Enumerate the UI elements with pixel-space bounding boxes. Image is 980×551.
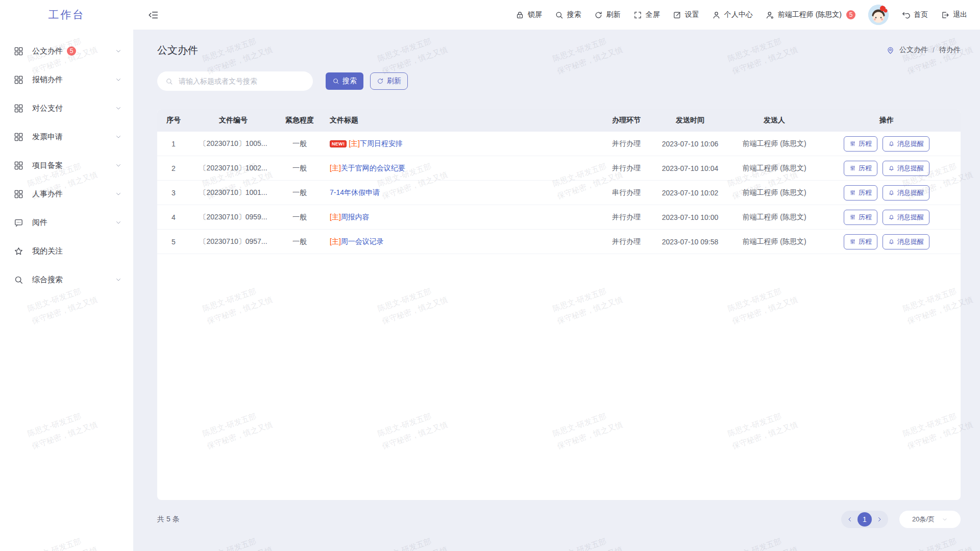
topbar: 锁屏搜索刷新全屏设置个人中心前端工程师 (陈思文)5首页退出	[133, 0, 980, 30]
edit-square-icon	[673, 11, 681, 19]
sidebar-item-gongwen-banjian[interactable]: 公文办件5	[0, 37, 133, 65]
cell-sent-time: 2023-07-10 09:58	[659, 238, 721, 246]
table-footer: 共 5 条 1 20条/页	[157, 510, 961, 529]
chevron-down-icon	[942, 516, 948, 522]
document-title-link[interactable]: 7-14年休假申请	[330, 188, 380, 197]
fullscreen-icon	[633, 11, 642, 19]
cell-urgency: 一般	[277, 139, 323, 148]
topbar-settings[interactable]: 设置	[673, 10, 699, 19]
chevron-down-icon	[115, 105, 122, 112]
topbar-lock-screen[interactable]: 锁屏	[516, 10, 542, 19]
topbar-profile[interactable]: 个人中心	[712, 10, 753, 19]
cell-urgency: 一般	[277, 188, 323, 197]
document-title-link[interactable]: 周一会议记录	[341, 237, 384, 246]
document-title-link[interactable]: 关于官网的会议纪要	[341, 164, 405, 173]
grid-icon	[14, 46, 23, 56]
cell-doc-no: 〔20230710〕1005...	[190, 139, 277, 148]
row-action-label: 消息提醒	[897, 164, 924, 173]
sidebar-item-xiangmu-beian[interactable]: 项目备案	[0, 151, 133, 180]
sidebar-item-label: 综合搜索	[32, 275, 63, 285]
search-box	[157, 71, 313, 91]
table-row: 4〔20230710〕0959...一般[主]周报内容并行办理2023-07-1…	[157, 205, 961, 230]
column-header-3: 文件标题	[323, 116, 593, 125]
cell-urgency: 一般	[277, 237, 323, 246]
row-action-history-button[interactable]: 历程	[844, 136, 877, 152]
refresh-button[interactable]: 刷新	[370, 72, 408, 90]
cell-step: 并行办理	[593, 213, 659, 222]
page-size-select[interactable]: 20条/页	[899, 511, 961, 528]
search-button[interactable]: 搜索	[326, 72, 363, 90]
row-action-label: 历程	[859, 213, 872, 222]
row-action-notify-button[interactable]: 消息提醒	[883, 234, 929, 249]
bell-icon	[888, 238, 895, 245]
topbar-settings-label: 设置	[685, 10, 699, 19]
row-action-label: 历程	[859, 237, 872, 246]
chevron-down-icon	[115, 47, 122, 55]
document-title-link[interactable]: 下周日程安排	[360, 139, 403, 148]
refresh-icon	[594, 11, 603, 19]
sidebar-item-duigong-zhifu[interactable]: 对公支付	[0, 94, 133, 122]
refresh-button-label: 刷新	[387, 77, 401, 86]
user-avatar[interactable]	[868, 5, 889, 25]
column-header-0: 序号	[157, 116, 190, 125]
topbar-current-user-label: 前端工程师 (陈思文)	[778, 10, 842, 19]
sidebar-item-yuejian[interactable]: 阅件	[0, 208, 133, 237]
row-action-history-button[interactable]: 历程	[844, 161, 877, 176]
search-icon	[555, 11, 564, 19]
row-action-history-button[interactable]: 历程	[844, 234, 877, 249]
topbar-fullscreen[interactable]: 全屏	[633, 10, 660, 19]
search-icon	[332, 78, 339, 85]
grid-icon	[14, 46, 23, 56]
table-row: 1〔20230710〕1005...一般NEW![主]下周日程安排并行办理202…	[157, 132, 961, 156]
chevron-down-icon	[115, 219, 122, 226]
breadcrumb-item-root[interactable]: 公文办件	[899, 45, 928, 55]
topbar-logout[interactable]: 退出	[941, 10, 967, 19]
topbar-search[interactable]: 搜索	[555, 10, 581, 19]
column-header-2: 紧急程度	[277, 116, 323, 125]
prev-page-button[interactable]	[844, 513, 856, 525]
row-action-notify-button[interactable]: 消息提醒	[883, 185, 929, 201]
column-header-1: 文件编号	[190, 116, 277, 125]
sidebar-item-fapiao-shenqing[interactable]: 发票申请	[0, 122, 133, 151]
location-pin-icon	[886, 46, 895, 55]
chevron-down-icon	[115, 276, 122, 283]
cell-actions: 历程消息提醒	[828, 185, 945, 201]
document-title-link[interactable]: 周报内容	[341, 213, 370, 222]
cell-title: 7-14年休假申请	[323, 188, 593, 197]
row-action-history-button[interactable]: 历程	[844, 210, 877, 225]
search-input[interactable]	[178, 77, 305, 86]
sidebar-collapse-button[interactable]	[148, 10, 159, 20]
chevron-down-icon	[115, 276, 122, 283]
sidebar-item-baoxiao-banjian[interactable]: 报销办件	[0, 65, 133, 94]
main-doc-tag: [主]	[349, 139, 360, 148]
sliders-icon	[849, 165, 856, 171]
row-action-notify-button[interactable]: 消息提醒	[883, 210, 929, 225]
row-action-history-button[interactable]: 历程	[844, 185, 877, 201]
refresh-icon	[377, 78, 384, 85]
row-action-label: 历程	[859, 139, 872, 148]
topbar-home[interactable]: 首页	[901, 10, 928, 19]
cell-title: [主]关于官网的会议纪要	[323, 164, 593, 173]
row-action-notify-button[interactable]: 消息提醒	[883, 136, 929, 152]
sidebar-item-zonghe-sousuo[interactable]: 综合搜索	[0, 265, 133, 294]
breadcrumb-item-current[interactable]: 待办件	[939, 45, 961, 55]
cell-doc-no: 〔20230710〕1001...	[190, 188, 277, 197]
search-icon	[165, 78, 173, 85]
bell-icon	[888, 214, 895, 220]
sidebar-item-renshi-banjian[interactable]: 人事办件	[0, 180, 133, 208]
page-number-button[interactable]: 1	[857, 512, 872, 527]
topbar-current-user[interactable]: 前端工程师 (陈思文)5	[766, 10, 855, 19]
cell-step: 并行办理	[593, 237, 659, 246]
grid-icon	[14, 189, 23, 199]
sidebar-item-wode-guanzhu[interactable]: 我的关注	[0, 237, 133, 265]
page-size-value: 20条/页	[912, 515, 935, 524]
cell-sender: 前端工程师 (陈思文)	[721, 188, 828, 197]
chevron-down-icon	[115, 105, 122, 112]
row-action-notify-button[interactable]: 消息提醒	[883, 161, 929, 176]
search-icon	[14, 275, 23, 285]
chevron-right-icon	[876, 516, 883, 523]
topbar-refresh-label: 刷新	[606, 10, 621, 19]
next-page-button[interactable]	[873, 513, 886, 525]
topbar-refresh[interactable]: 刷新	[594, 10, 621, 19]
main-doc-tag: [主]	[330, 213, 341, 222]
